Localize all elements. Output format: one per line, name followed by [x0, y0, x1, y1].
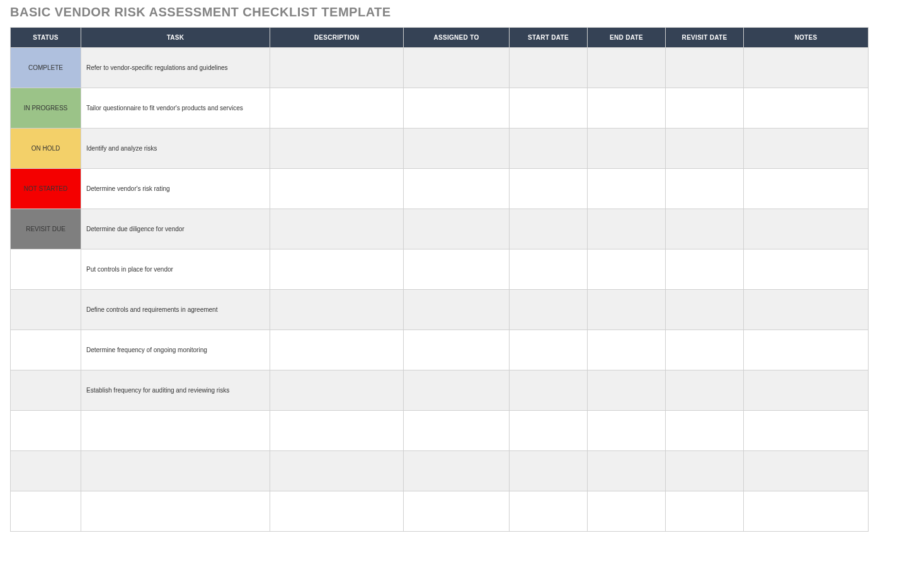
status-cell[interactable]	[11, 411, 81, 451]
assigned-to-cell[interactable]	[404, 411, 510, 451]
assigned-to-cell[interactable]	[404, 129, 510, 169]
status-cell[interactable]	[11, 451, 81, 491]
assigned-to-cell[interactable]	[404, 451, 510, 491]
start-date-cell[interactable]	[510, 451, 588, 491]
notes-cell[interactable]	[744, 370, 869, 411]
status-cell[interactable]	[11, 249, 81, 290]
task-cell[interactable]	[81, 491, 270, 532]
revisit-date-cell[interactable]	[666, 249, 744, 290]
status-cell[interactable]	[11, 290, 81, 330]
revisit-date-cell[interactable]	[666, 411, 744, 451]
status-cell[interactable]: NOT STARTED	[11, 169, 81, 209]
description-cell[interactable]	[270, 330, 404, 370]
table-row: COMPLETERefer to vendor-specific regulat…	[11, 48, 869, 88]
end-date-cell[interactable]	[588, 370, 666, 411]
revisit-date-cell[interactable]	[666, 209, 744, 249]
start-date-cell[interactable]	[510, 48, 588, 88]
description-cell[interactable]	[270, 411, 404, 451]
start-date-cell[interactable]	[510, 209, 588, 249]
start-date-cell[interactable]	[510, 491, 588, 532]
task-cell[interactable]: Determine due diligence for vendor	[81, 209, 270, 249]
task-cell[interactable]: Determine frequency of ongoing monitorin…	[81, 330, 270, 370]
table-row: REVISIT DUEDetermine due diligence for v…	[11, 209, 869, 249]
notes-cell[interactable]	[744, 290, 869, 330]
description-cell[interactable]	[270, 249, 404, 290]
task-cell[interactable]	[81, 451, 270, 491]
notes-cell[interactable]	[744, 249, 869, 290]
status-cell[interactable]: IN PROGRESS	[11, 88, 81, 129]
start-date-cell[interactable]	[510, 370, 588, 411]
description-cell[interactable]	[270, 88, 404, 129]
notes-cell[interactable]	[744, 169, 869, 209]
description-cell[interactable]	[270, 209, 404, 249]
revisit-date-cell[interactable]	[666, 129, 744, 169]
assigned-to-cell[interactable]	[404, 330, 510, 370]
description-cell[interactable]	[270, 129, 404, 169]
task-cell[interactable]	[81, 411, 270, 451]
start-date-cell[interactable]	[510, 249, 588, 290]
notes-cell[interactable]	[744, 491, 869, 532]
status-cell[interactable]	[11, 370, 81, 411]
assigned-to-cell[interactable]	[404, 290, 510, 330]
end-date-cell[interactable]	[588, 88, 666, 129]
revisit-date-cell[interactable]	[666, 48, 744, 88]
notes-cell[interactable]	[744, 451, 869, 491]
description-cell[interactable]	[270, 290, 404, 330]
status-cell[interactable]: COMPLETE	[11, 48, 81, 88]
status-cell[interactable]	[11, 491, 81, 532]
task-cell[interactable]: Define controls and requirements in agre…	[81, 290, 270, 330]
end-date-cell[interactable]	[588, 249, 666, 290]
revisit-date-cell[interactable]	[666, 491, 744, 532]
description-cell[interactable]	[270, 451, 404, 491]
assigned-to-cell[interactable]	[404, 249, 510, 290]
assigned-to-cell[interactable]	[404, 209, 510, 249]
notes-cell[interactable]	[744, 129, 869, 169]
status-cell[interactable]: ON HOLD	[11, 129, 81, 169]
revisit-date-cell[interactable]	[666, 370, 744, 411]
start-date-cell[interactable]	[510, 330, 588, 370]
task-cell[interactable]: Put controls in place for vendor	[81, 249, 270, 290]
notes-cell[interactable]	[744, 88, 869, 129]
task-cell[interactable]: Identify and analyze risks	[81, 129, 270, 169]
end-date-cell[interactable]	[588, 209, 666, 249]
task-cell[interactable]: Refer to vendor-specific regulations and…	[81, 48, 270, 88]
revisit-date-cell[interactable]	[666, 330, 744, 370]
assigned-to-cell[interactable]	[404, 48, 510, 88]
assigned-to-cell[interactable]	[404, 169, 510, 209]
notes-cell[interactable]	[744, 48, 869, 88]
end-date-cell[interactable]	[588, 129, 666, 169]
end-date-cell[interactable]	[588, 290, 666, 330]
description-cell[interactable]	[270, 491, 404, 532]
start-date-cell[interactable]	[510, 129, 588, 169]
end-date-cell[interactable]	[588, 451, 666, 491]
task-cell[interactable]: Tailor questionnaire to fit vendor's pro…	[81, 88, 270, 129]
end-date-cell[interactable]	[588, 48, 666, 88]
revisit-date-cell[interactable]	[666, 451, 744, 491]
table-row: NOT STARTEDDetermine vendor's risk ratin…	[11, 169, 869, 209]
notes-cell[interactable]	[744, 330, 869, 370]
revisit-date-cell[interactable]	[666, 290, 744, 330]
assigned-to-cell[interactable]	[404, 88, 510, 129]
status-cell[interactable]	[11, 330, 81, 370]
notes-cell[interactable]	[744, 411, 869, 451]
description-cell[interactable]	[270, 370, 404, 411]
task-cell[interactable]: Establish frequency for auditing and rev…	[81, 370, 270, 411]
end-date-cell[interactable]	[588, 169, 666, 209]
assigned-to-cell[interactable]	[404, 370, 510, 411]
description-cell[interactable]	[270, 169, 404, 209]
task-cell[interactable]: Determine vendor's risk rating	[81, 169, 270, 209]
start-date-cell[interactable]	[510, 411, 588, 451]
status-cell[interactable]: REVISIT DUE	[11, 209, 81, 249]
description-cell[interactable]	[270, 48, 404, 88]
assigned-to-cell[interactable]	[404, 491, 510, 532]
start-date-cell[interactable]	[510, 169, 588, 209]
end-date-cell[interactable]	[588, 330, 666, 370]
end-date-cell[interactable]	[588, 411, 666, 451]
revisit-date-cell[interactable]	[666, 169, 744, 209]
start-date-cell[interactable]	[510, 88, 588, 129]
end-date-cell[interactable]	[588, 491, 666, 532]
notes-cell[interactable]	[744, 209, 869, 249]
revisit-date-cell[interactable]	[666, 88, 744, 129]
start-date-cell[interactable]	[510, 290, 588, 330]
table-row: Put controls in place for vendor	[11, 249, 869, 290]
